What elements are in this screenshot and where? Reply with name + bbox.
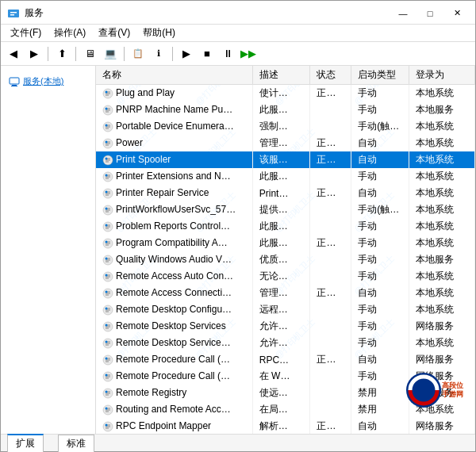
row-status: 正在…: [310, 285, 351, 301]
row-status: 正在…: [310, 185, 351, 201]
svg-point-33: [106, 140, 108, 143]
table-row[interactable]: Remote Desktop Services允许…手动网络服务: [96, 318, 475, 335]
back-button[interactable]: ◀: [4, 44, 23, 63]
show-hide-button[interactable]: 🖥: [80, 44, 99, 63]
row-desc: 此服…: [252, 235, 310, 251]
table-row[interactable]: Remote Desktop Service…允许…手动本地系统: [96, 335, 475, 351]
table-row[interactable]: Problem Reports Control…此服…手动本地系统: [96, 218, 475, 235]
table-row[interactable]: Portable Device Enumera…强制…手动(触发…本地系统: [96, 118, 475, 135]
row-name: Problem Reports Control…: [116, 220, 230, 232]
row-name: Routing and Remote Acc…: [116, 404, 231, 415]
table-row[interactable]: Remote Access Connecti…管理…正在…自动本地系统: [96, 285, 475, 301]
table-row[interactable]: Program Compatibility A…此服…正在…手动本地系统: [96, 235, 475, 251]
forward-button[interactable]: ▶: [25, 44, 44, 63]
row-icon: [102, 188, 113, 199]
menu-file[interactable]: 文件(F): [4, 25, 48, 41]
table-row[interactable]: Routing and Remote Acc…在局…禁用本地系统: [96, 401, 475, 418]
table-row[interactable]: Printer Repair ServicePrint…正在…自动本地系统: [96, 185, 475, 201]
row-name: Printer Repair Service: [116, 187, 209, 198]
computer-button[interactable]: 💻: [101, 44, 120, 63]
table-row[interactable]: Remote Registry使远…禁用本地服务: [96, 385, 475, 401]
table-row[interactable]: Remote Procedure Call (…RPC…正在…自动网络服务: [96, 351, 475, 368]
table-row[interactable]: Remote Access Auto Con…无论…手动本地系统: [96, 268, 475, 285]
table-row[interactable]: PrintWorkflowUserSvc_57…提供…手动(触发…本地系统: [96, 201, 475, 218]
toolbar-sep-1: [48, 47, 48, 61]
info-button[interactable]: ℹ: [149, 44, 168, 63]
row-start-type: 禁用: [351, 385, 409, 401]
row-desc: 在 W…: [252, 368, 310, 385]
row-status: [310, 102, 351, 118]
svg-point-63: [106, 390, 108, 393]
row-desc: 提供…: [252, 201, 310, 218]
window-title: 服务: [25, 6, 44, 20]
properties-button[interactable]: 📋: [129, 44, 148, 63]
row-icon: [102, 238, 113, 249]
menu-help[interactable]: 帮助(H): [136, 25, 182, 41]
title-bar: 服务 — □ ✕: [1, 1, 475, 25]
table-row[interactable]: Plug and Play使计…正在…手动本地系统: [96, 85, 475, 102]
svg-point-45: [106, 240, 108, 243]
services-table: 名称 描述 状态 启动类型 登录为 Plug and Play使计…正在…手动本…: [96, 66, 475, 434]
tab-expand[interactable]: 扩展: [7, 434, 44, 452]
col-header-start[interactable]: 启动类型: [351, 66, 409, 85]
table-header-row: 名称 描述 状态 启动类型 登录为: [96, 66, 475, 85]
table-row[interactable]: Remote Desktop Configu…远程…手动本地系统: [96, 301, 475, 318]
row-name: Remote Desktop Service…: [116, 337, 231, 348]
svg-point-41: [106, 207, 108, 209]
minimize-button[interactable]: —: [391, 6, 415, 21]
toolbar-sep-3: [124, 47, 125, 61]
row-status: 正在…: [310, 351, 351, 368]
content-area: 服务(本地) @打印机卫士 @打印机卫士 @打印机卫士 @打印机卫士 @打印机卫…: [1, 66, 475, 434]
row-name: Printer Extensions and N…: [116, 170, 231, 182]
row-status: 正在…: [310, 85, 351, 102]
row-name: Remote Desktop Services: [116, 320, 226, 331]
row-desc: 使远…: [252, 385, 310, 401]
table-row[interactable]: Power管理…正在…自动本地系统: [96, 135, 475, 151]
table-row[interactable]: Printer Extensions and N…此服…手动本地系统: [96, 168, 475, 185]
maximize-button[interactable]: □: [418, 6, 442, 21]
row-login: 本地服务: [409, 385, 474, 401]
col-header-desc[interactable]: 描述: [252, 66, 310, 85]
tab-standard[interactable]: 标准: [58, 435, 94, 452]
restart-button[interactable]: ▶▶: [239, 44, 258, 63]
services-table-container[interactable]: 名称 描述 状态 启动类型 登录为 Plug and Play使计…正在…手动本…: [96, 66, 475, 434]
row-name: Power: [116, 137, 143, 148]
table-row[interactable]: PNRP Machine Name Pu…此服…手动本地服务: [96, 102, 475, 118]
table-row[interactable]: Remote Procedure Call (…在 W…手动网络服务: [96, 368, 475, 385]
svg-rect-0: [8, 10, 19, 17]
stop-button[interactable]: ■: [198, 44, 217, 63]
svg-rect-3: [10, 78, 19, 84]
col-header-name[interactable]: 名称: [96, 66, 252, 85]
svg-point-47: [106, 257, 108, 259]
row-start-type: 手动: [351, 218, 409, 235]
play-button[interactable]: ▶: [177, 44, 196, 63]
menu-view[interactable]: 查看(V): [92, 25, 136, 41]
row-icon: [102, 388, 113, 399]
row-login: 网络服务: [409, 368, 474, 385]
row-icon: [102, 271, 113, 282]
col-header-status[interactable]: 状态: [310, 66, 351, 85]
row-login: 本地系统: [409, 168, 474, 185]
up-button[interactable]: ⬆: [52, 44, 71, 63]
col-header-login[interactable]: 登录为: [409, 66, 474, 85]
row-status: [310, 318, 351, 335]
main-window: 服务 — □ ✕ 文件(F) 操作(A) 查看(V) 帮助(H) ◀ ▶ ⬆ 🖥…: [0, 0, 476, 452]
table-row[interactable]: Print Spooler该服…正在…自动本地系统: [96, 151, 475, 168]
svg-point-37: [106, 174, 108, 176]
row-login: 本地系统: [409, 201, 474, 218]
menu-action[interactable]: 操作(A): [48, 25, 92, 41]
table-row[interactable]: RPC Endpoint Mapper解析…正在…自动网络服务: [96, 418, 475, 434]
table-row[interactable]: Quality Windows Audio V…优质…手动本地服务: [96, 251, 475, 268]
sidebar-item-local[interactable]: 服务(本地): [4, 72, 92, 90]
close-button[interactable]: ✕: [445, 6, 469, 21]
row-login: 本地服务: [409, 102, 474, 118]
row-status: [310, 401, 351, 418]
pause-button[interactable]: ⏸: [218, 44, 237, 63]
svg-rect-5: [11, 86, 17, 86]
row-login: 本地系统: [409, 218, 474, 235]
row-desc: 此服…: [252, 218, 310, 235]
row-desc: 此服…: [252, 168, 310, 185]
row-name: Plug and Play: [116, 87, 175, 98]
row-icon: [102, 421, 113, 432]
row-start-type: 自动: [351, 285, 409, 301]
